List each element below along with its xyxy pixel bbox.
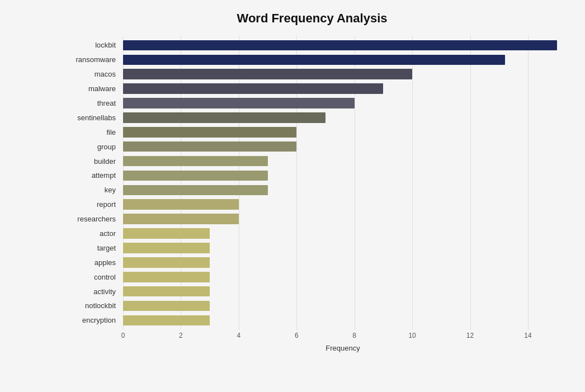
bar-row: file bbox=[123, 126, 563, 139]
bar-row: activity bbox=[123, 285, 563, 297]
bar-row: sentinellabs bbox=[123, 111, 563, 124]
bar-label: key bbox=[59, 186, 120, 194]
bar-row: control bbox=[123, 271, 563, 284]
x-axis: 02468101214 bbox=[123, 332, 563, 343]
bar-rect bbox=[123, 83, 383, 94]
bar-label: apples bbox=[59, 258, 120, 267]
bar-rect bbox=[123, 141, 296, 152]
x-tick: 2 bbox=[176, 332, 185, 339]
bar-rect bbox=[123, 127, 296, 138]
bar-label: report bbox=[59, 200, 120, 209]
bar-row: lockbit bbox=[123, 39, 563, 51]
bar-rect bbox=[123, 257, 210, 268]
bar-row: actor bbox=[123, 227, 563, 240]
bar-row: key bbox=[123, 183, 563, 196]
bars-area: lockbitransomwaremacosmalwarethreatsenti… bbox=[123, 36, 563, 330]
bar-rect bbox=[123, 171, 268, 181]
x-tick: 6 bbox=[292, 332, 301, 339]
bar-rect bbox=[123, 301, 210, 311]
chart-container: Word Frequency Analysis lockbitransomwar… bbox=[0, 0, 585, 392]
bar-label: file bbox=[59, 128, 120, 136]
bar-label: researchers bbox=[59, 215, 120, 223]
bar-rect bbox=[123, 40, 557, 51]
bar-label: actor bbox=[59, 229, 120, 238]
bar-rect bbox=[123, 156, 268, 167]
bars-list: lockbitransomwaremacosmalwarethreatsenti… bbox=[123, 36, 563, 330]
bar-rect bbox=[123, 199, 239, 210]
bar-label: control bbox=[59, 273, 120, 281]
x-tick: 10 bbox=[408, 332, 417, 339]
x-tick: 0 bbox=[119, 332, 128, 339]
bar-label: group bbox=[59, 143, 120, 151]
bar-rect bbox=[123, 228, 210, 239]
bar-label: activity bbox=[59, 287, 120, 296]
bar-label: notlockbit bbox=[59, 301, 120, 310]
bar-label: macos bbox=[59, 70, 120, 78]
bar-row: builder bbox=[123, 154, 563, 167]
bar-row: macos bbox=[123, 68, 563, 81]
bar-label: encryption bbox=[59, 316, 120, 324]
x-tick: 14 bbox=[523, 332, 532, 339]
bar-row: ransomware bbox=[123, 53, 563, 66]
bar-row: attempt bbox=[123, 169, 563, 182]
bar-rect bbox=[123, 112, 325, 123]
x-tick: 8 bbox=[350, 332, 359, 339]
bar-rect bbox=[123, 55, 505, 65]
bar-row: notlockbit bbox=[123, 299, 563, 312]
bar-rect bbox=[123, 214, 239, 224]
bar-rect bbox=[123, 315, 210, 326]
bar-row: threat bbox=[123, 97, 563, 110]
bar-label: lockbit bbox=[59, 41, 120, 49]
bar-row: target bbox=[123, 242, 563, 254]
bar-label: attempt bbox=[59, 171, 120, 180]
bar-rect bbox=[123, 98, 355, 108]
bar-rect bbox=[123, 69, 412, 79]
x-axis-label: Frequency bbox=[123, 344, 563, 352]
bar-row: report bbox=[123, 198, 563, 211]
bar-row: apples bbox=[123, 256, 563, 269]
bar-rect bbox=[123, 243, 210, 253]
chart-title: Word Frequency Analysis bbox=[62, 11, 563, 26]
bar-rect bbox=[123, 286, 210, 297]
bar-row: researchers bbox=[123, 212, 563, 225]
bar-row: encryption bbox=[123, 314, 563, 327]
x-tick: 4 bbox=[234, 332, 243, 339]
bar-rect bbox=[123, 185, 268, 196]
bar-row: malware bbox=[123, 82, 563, 95]
bar-rect bbox=[123, 272, 210, 282]
bar-label: malware bbox=[59, 84, 120, 93]
x-tick: 12 bbox=[466, 332, 475, 339]
bar-label: builder bbox=[59, 157, 120, 166]
bar-label: sentinellabs bbox=[59, 114, 120, 122]
bar-label: threat bbox=[59, 99, 120, 107]
plot-area: lockbitransomwaremacosmalwarethreatsenti… bbox=[123, 36, 563, 352]
bar-label: ransomware bbox=[59, 55, 120, 64]
bar-label: target bbox=[59, 244, 120, 252]
bar-row: group bbox=[123, 140, 563, 153]
